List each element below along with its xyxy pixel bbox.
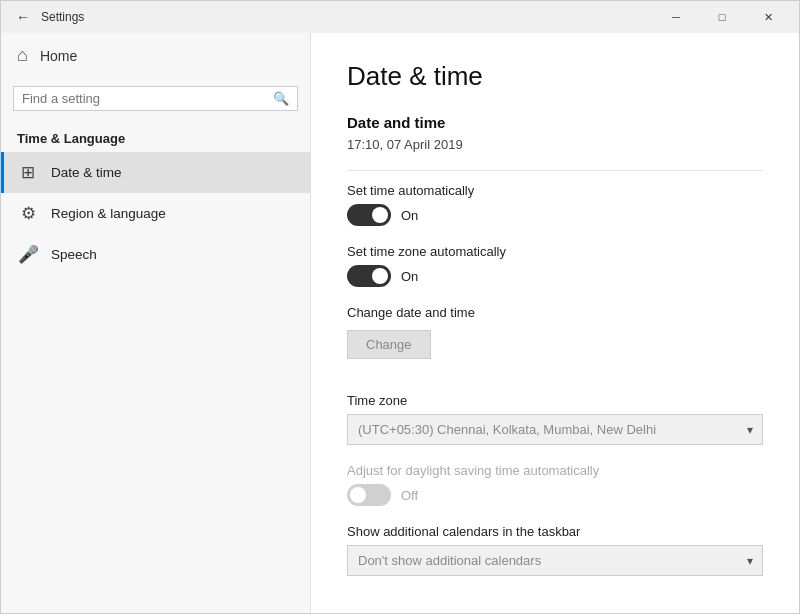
timezone-label: Time zone bbox=[347, 393, 763, 408]
additional-cal-select[interactable]: Don't show additional calendars bbox=[347, 545, 763, 576]
auto-time-setting: Set time automatically On bbox=[347, 183, 763, 226]
search-input[interactable] bbox=[22, 91, 267, 106]
sidebar-item-date-time[interactable]: ⊞ Date & time bbox=[1, 152, 310, 193]
page-title: Date & time bbox=[347, 61, 763, 92]
additional-cal-setting: Show additional calendars in the taskbar… bbox=[347, 524, 763, 576]
daylight-status: Off bbox=[401, 488, 418, 503]
window-controls: ─ □ ✕ bbox=[653, 1, 791, 33]
divider-1 bbox=[347, 170, 763, 171]
auto-timezone-toggle-row: On bbox=[347, 265, 763, 287]
sidebar-item-date-time-label: Date & time bbox=[51, 165, 122, 180]
search-icon: 🔍 bbox=[273, 91, 289, 106]
auto-time-toggle[interactable] bbox=[347, 204, 391, 226]
close-button[interactable]: ✕ bbox=[745, 1, 791, 33]
date-time-icon: ⊞ bbox=[17, 162, 39, 183]
timezone-select-wrapper: (UTC+05:30) Chennai, Kolkata, Mumbai, Ne… bbox=[347, 414, 763, 445]
back-button[interactable]: ← bbox=[9, 3, 37, 31]
settings-window: ← Settings ─ □ ✕ ⌂ Home 🔍 Time & Languag… bbox=[0, 0, 800, 614]
daylight-label: Adjust for daylight saving time automati… bbox=[347, 463, 763, 478]
daylight-toggle-thumb bbox=[350, 487, 366, 503]
auto-timezone-toggle[interactable] bbox=[347, 265, 391, 287]
main-content: Date & time Date and time 17:10, 07 Apri… bbox=[311, 33, 799, 613]
home-icon: ⌂ bbox=[17, 45, 28, 66]
additional-cal-label: Show additional calendars in the taskbar bbox=[347, 524, 763, 539]
titlebar: ← Settings ─ □ ✕ bbox=[1, 1, 799, 33]
auto-timezone-toggle-thumb bbox=[372, 268, 388, 284]
sidebar-section-label: Time & Language bbox=[1, 119, 310, 152]
additional-cal-select-wrapper: Don't show additional calendars ▾ bbox=[347, 545, 763, 576]
auto-time-toggle-thumb bbox=[372, 207, 388, 223]
sidebar-search-box[interactable]: 🔍 bbox=[13, 86, 298, 111]
region-icon: ⚙ bbox=[17, 203, 39, 224]
sidebar-item-speech[interactable]: 🎤 Speech bbox=[1, 234, 310, 275]
date-time-section-title: Date and time bbox=[347, 114, 763, 131]
change-datetime-setting: Change date and time Change bbox=[347, 305, 763, 377]
auto-timezone-setting: Set time zone automatically On bbox=[347, 244, 763, 287]
sidebar: ⌂ Home 🔍 Time & Language ⊞ Date & time ⚙… bbox=[1, 33, 311, 613]
sidebar-home-item[interactable]: ⌂ Home bbox=[1, 33, 310, 78]
timezone-select[interactable]: (UTC+05:30) Chennai, Kolkata, Mumbai, Ne… bbox=[347, 414, 763, 445]
sidebar-item-region-language[interactable]: ⚙ Region & language bbox=[1, 193, 310, 234]
daylight-setting: Adjust for daylight saving time automati… bbox=[347, 463, 763, 506]
timezone-setting: Time zone (UTC+05:30) Chennai, Kolkata, … bbox=[347, 393, 763, 445]
daylight-toggle[interactable] bbox=[347, 484, 391, 506]
daylight-toggle-row: Off bbox=[347, 484, 763, 506]
auto-timezone-label: Set time zone automatically bbox=[347, 244, 763, 259]
sidebar-item-speech-label: Speech bbox=[51, 247, 97, 262]
auto-time-toggle-row: On bbox=[347, 204, 763, 226]
titlebar-title: Settings bbox=[41, 10, 84, 24]
content-area: ⌂ Home 🔍 Time & Language ⊞ Date & time ⚙… bbox=[1, 33, 799, 613]
change-button[interactable]: Change bbox=[347, 330, 431, 359]
auto-time-label: Set time automatically bbox=[347, 183, 763, 198]
sidebar-item-region-label: Region & language bbox=[51, 206, 166, 221]
current-datetime-display: 17:10, 07 April 2019 bbox=[347, 137, 763, 152]
minimize-button[interactable]: ─ bbox=[653, 1, 699, 33]
change-datetime-label: Change date and time bbox=[347, 305, 763, 320]
sidebar-home-label: Home bbox=[40, 48, 77, 64]
auto-time-status: On bbox=[401, 208, 418, 223]
auto-timezone-status: On bbox=[401, 269, 418, 284]
maximize-button[interactable]: □ bbox=[699, 1, 745, 33]
speech-icon: 🎤 bbox=[17, 244, 39, 265]
